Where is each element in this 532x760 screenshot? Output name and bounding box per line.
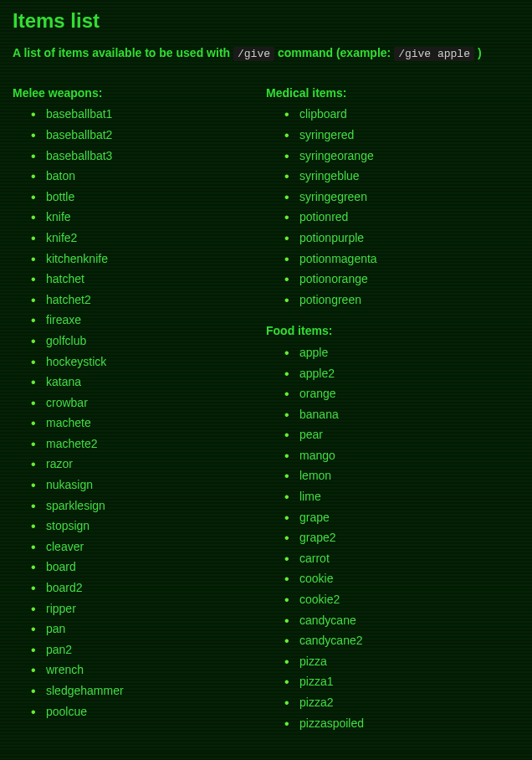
- list-item: kitchenknife: [46, 251, 266, 268]
- list-item: baseballbat3: [46, 148, 266, 165]
- list-item: apple: [299, 345, 519, 362]
- desc-prefix: A list of items available to be used wit…: [13, 46, 233, 59]
- list-item: stopsign: [46, 518, 266, 535]
- list-item: wrench: [46, 662, 266, 679]
- list-item: sledgehammer: [46, 683, 266, 700]
- list-item: potionred: [299, 209, 519, 226]
- list-item: candycane: [299, 613, 519, 629]
- medical-heading: Medical items:: [266, 85, 519, 102]
- melee-section: Melee weapons: baseballbat1baseballbat2b…: [13, 85, 266, 720]
- list-item: pizza1: [299, 674, 519, 691]
- food-list: appleapple2orangebananapearmangolemonlim…: [266, 345, 519, 732]
- list-item: golfclub: [46, 333, 266, 350]
- list-item: cookie: [299, 571, 519, 588]
- list-item: pizza: [299, 654, 519, 670]
- description: A list of items available to be used wit…: [13, 45, 519, 62]
- medical-list: clipboardsyringeredsyringeorangesyringeb…: [266, 106, 519, 308]
- list-item: syringegreen: [299, 189, 519, 206]
- columns: Melee weapons: baseballbat1baseballbat2b…: [13, 85, 519, 736]
- list-item: pan2: [46, 642, 266, 659]
- list-item: hatchet2: [46, 292, 266, 309]
- right-column: Medical items: clipboardsyringeredsyring…: [266, 85, 519, 736]
- food-section: Food items: appleapple2orangebananapearm…: [266, 323, 519, 732]
- list-item: clipboard: [299, 106, 519, 123]
- list-item: pizzaspoiled: [299, 716, 519, 732]
- left-column: Melee weapons: baseballbat1baseballbat2b…: [13, 85, 266, 736]
- food-heading: Food items:: [266, 323, 519, 340]
- list-item: crowbar: [46, 395, 266, 412]
- list-item: board2: [46, 580, 266, 597]
- list-item: nukasign: [46, 477, 266, 494]
- list-item: lemon: [299, 468, 519, 485]
- list-item: grape2: [299, 530, 519, 547]
- list-item: katana: [46, 374, 266, 391]
- list-item: candycane2: [299, 633, 519, 650]
- list-item: fireaxe: [46, 312, 266, 329]
- list-item: banana: [299, 407, 519, 424]
- desc-suffix: ): [478, 46, 482, 59]
- list-item: machete2: [46, 436, 266, 453]
- list-item: baseballbat2: [46, 127, 266, 144]
- list-item: orange: [299, 386, 519, 403]
- list-item: syringeblue: [299, 168, 519, 185]
- melee-heading: Melee weapons:: [13, 85, 266, 102]
- list-item: carrot: [299, 551, 519, 567]
- melee-list: baseballbat1baseballbat2baseballbat3bato…: [13, 106, 266, 720]
- list-item: pizza2: [299, 695, 519, 711]
- list-item: cookie2: [299, 592, 519, 609]
- list-item: razor: [46, 456, 266, 473]
- list-item: sparklesign: [46, 498, 266, 515]
- list-item: knife: [46, 209, 266, 226]
- list-item: grape: [299, 510, 519, 526]
- cmd-example: /give apple: [394, 47, 474, 61]
- medical-section: Medical items: clipboardsyringeredsyring…: [266, 85, 519, 309]
- list-item: potionmagenta: [299, 251, 519, 268]
- list-item: cleaver: [46, 539, 266, 556]
- list-item: apple2: [299, 366, 519, 383]
- list-item: lime: [299, 489, 519, 506]
- list-item: pear: [299, 427, 519, 444]
- list-item: board: [46, 559, 266, 576]
- list-item: potionorange: [299, 271, 519, 288]
- list-item: knife2: [46, 230, 266, 247]
- page-title: Items list: [13, 7, 519, 35]
- desc-mid: command (example:: [278, 46, 394, 59]
- list-item: baton: [46, 168, 266, 185]
- list-item: machete: [46, 415, 266, 432]
- list-item: ripper: [46, 601, 266, 618]
- list-item: pan: [46, 621, 266, 638]
- list-item: potionpurple: [299, 230, 519, 247]
- cmd-give: /give: [233, 47, 274, 61]
- list-item: hatchet: [46, 271, 266, 288]
- list-item: syringered: [299, 127, 519, 144]
- list-item: syringeorange: [299, 148, 519, 165]
- list-item: hockeystick: [46, 354, 266, 371]
- list-item: potiongreen: [299, 292, 519, 309]
- list-item: mango: [299, 448, 519, 465]
- list-item: baseballbat1: [46, 106, 266, 123]
- list-item: poolcue: [46, 704, 266, 721]
- list-item: bottle: [46, 189, 266, 206]
